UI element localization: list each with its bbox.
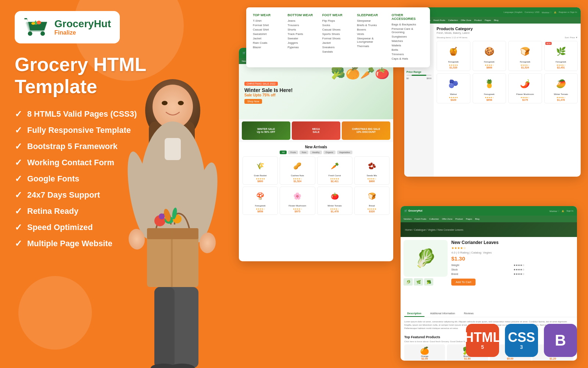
logo-box: GroceryHut Finalize	[15, 11, 120, 43]
svg-point-3	[37, 21, 41, 24]
single-hero: Home / Catalogue / Vegies / New Corander…	[401, 222, 577, 237]
tab-healthy[interactable]: Healthy	[310, 151, 322, 154]
bootstrap-badge: B	[544, 324, 577, 357]
mega-col-1: Top Wear T-Shirt Formal Shirt Casual Shi…	[253, 13, 284, 61]
product-card-7: 🍅 Winter Tomato ★★★★☆ $1,478	[317, 187, 352, 215]
single-stars: ★★★★☆	[451, 246, 574, 250]
check-icon-4: ✓	[15, 158, 22, 168]
cat-product-card-3: 🍞 Fenugreek ★★★★☆ $1,524	[508, 41, 542, 71]
cat-product-img-8: 🥭	[546, 75, 576, 92]
feature-label-4: Working Contact Form	[27, 158, 114, 167]
product-img-4: 🫘	[356, 159, 387, 173]
svg-rect-5	[35, 21, 36, 23]
mega-menu-preview: Top Wear T-Shirt Formal Shirt Casual Shi…	[246, 7, 430, 67]
cat-products-grid: 🍯 Fenugreek ★★★★★ $1,520 🍪 Fenugreek ★★★…	[437, 41, 578, 103]
single-details: New Coriander Leaves ★★★★☆ 4.0 | 0 Ratin…	[451, 240, 574, 308]
single-breadcrumb: Home / Catalogue / Vegies / New Corander…	[405, 229, 463, 231]
cat-body: Category Bakery Cereal Coffee Dairy Frui…	[404, 24, 581, 177]
check-icon-1: ✓	[15, 109, 22, 119]
logo-name: GroceryHut	[54, 18, 111, 30]
product-img-5: 🍄	[245, 189, 276, 204]
store-banner-btn[interactable]: Shop Now	[244, 99, 262, 104]
feature-label-7: Retina Ready	[27, 206, 78, 216]
check-icon-3: ✓	[15, 141, 22, 152]
product-img-3: 🥕	[319, 159, 350, 173]
mega-col-5-title: Other Accessories	[392, 13, 423, 21]
single-product-img: 🥬	[404, 240, 448, 277]
feature-label-3: Bootstrap 5 Framework	[27, 142, 118, 151]
mega-col-2-title: Bottom Wear	[287, 13, 319, 17]
product-card-1: 🌾 Grain Basket ★★★★★ $800	[243, 156, 278, 185]
cat-product-wrap-6: 🍍 Fenugreek ★★★★☆ $658	[473, 73, 506, 103]
svg-point-1	[40, 31, 45, 36]
single-main-content: 🥬 🥬 🌿 🥦 New Coriander Leaves ★★★★☆ 4.0 |…	[401, 237, 577, 311]
single-tab-description[interactable]: Description	[404, 311, 424, 317]
logo-icon	[24, 16, 49, 38]
product-card-2: 🥜 Cashew Nuts ★★★★☆ $1,524	[280, 156, 315, 185]
cat-product-wrap-5: 🫐 Walnut ★★★★★ $320	[437, 73, 470, 103]
featured-1: 🍊 Orange $2.50	[404, 344, 445, 361]
cat-product-img-2: 🍪	[475, 43, 504, 60]
cat-product-wrap-7: 🌶️ Flower Mushroom ★★★★☆ $175	[508, 73, 542, 103]
html-label: HTML	[464, 331, 501, 344]
product-img-2: 🥜	[282, 159, 313, 173]
cat-product-card-6: 🍍 Fenugreek ★★★★☆ $658	[473, 73, 506, 103]
mega-col-3: Foot Wear Flip Flops Socks Casual Shoes …	[322, 13, 354, 61]
product-card-6: 🌸 Flower Mushroom ★★★★☆ $975	[280, 187, 315, 215]
svg-rect-26	[171, 228, 173, 287]
mega-col-5: Other Accessories Bags & Backpacks Perso…	[392, 13, 423, 61]
single-product-img-area: 🥬 🥬 🌿 🥦	[404, 240, 448, 308]
single-tab-additional[interactable]: Additional Information	[427, 311, 458, 317]
check-icon-2: ✓	[15, 125, 22, 135]
woman-image	[110, 66, 235, 368]
mega-col-4: Sleepwear Sleepwear Briefs & Trunks Boxe…	[357, 13, 388, 61]
cat-main: Products Category Fresh, Meats, Bakery, …	[434, 24, 581, 177]
svg-rect-28	[154, 287, 175, 368]
cat-product-wrap-2: 🍪 Fenugreek ★★★★☆ $868	[473, 41, 506, 71]
cat-product-wrap-3: 🍞 Fenugreek ★★★★☆ $1,524	[508, 41, 542, 71]
svg-point-25	[159, 213, 165, 219]
store-banner: CHRISTMAS SALE 2022 Winter Sale Is Here!…	[239, 64, 393, 119]
single-price: $1.30	[451, 255, 574, 262]
tab-all[interactable]: All	[280, 151, 287, 154]
mega-col-4-title: Sleepwear	[357, 13, 388, 17]
tab-fruits[interactable]: Fruits	[288, 151, 298, 154]
tab-organic[interactable]: Organic	[323, 151, 336, 154]
cat-product-card-2: 🍪 Fenugreek ★★★★☆ $868	[473, 41, 506, 71]
single-tabs: Description Additional Information Revie…	[401, 311, 577, 317]
check-icon-9: ✓	[15, 238, 22, 249]
promo-row: WINTER SALEUp to 50% OFF MEGASALE CHRIST…	[239, 119, 393, 142]
bs-label: B	[555, 333, 566, 348]
tab-nuts[interactable]: Nuts	[300, 151, 308, 154]
product-card-5: 🍄 Fenugreek ★★★★☆ $658	[243, 187, 278, 215]
product-card-8: 🍞 Bread ★★★★★ $320	[354, 187, 390, 215]
mega-col-3-title: Foot Wear	[322, 13, 354, 17]
logo-text-wrap: GroceryHut Finalize	[54, 18, 111, 36]
svg-point-11	[178, 101, 184, 105]
cat-nav: New Arrivals Vendors Fresh Fruits Collec…	[404, 17, 581, 24]
cat-header: 🛒 GroceryHut Language | English Currency…	[404, 7, 581, 17]
cat-product-img-1: 🍯	[439, 43, 468, 60]
single-add-cart-btn[interactable]: Add To Cart	[451, 279, 476, 286]
new-arrivals-title: New Arrivals	[243, 145, 390, 149]
html-num: 5	[481, 344, 484, 350]
html-badge: HTML 5	[466, 324, 499, 357]
cat-product-card-1: 🍯 Fenugreek ★★★★★ $1,520	[437, 41, 470, 71]
check-icon-6: ✓	[15, 190, 22, 200]
single-tab-reviews[interactable]: Reviews	[461, 311, 476, 317]
woman-svg	[110, 66, 235, 368]
store-preview: 🛒 GroceryHut New Arrivals Vendors Fresh …	[239, 48, 393, 261]
feature-label-9: Multiple Page Website	[27, 239, 112, 248]
tab-veg[interactable]: Vegetables	[337, 151, 352, 154]
feature-label-6: 24x7 Days Support	[27, 190, 100, 200]
product-grid: 🌾 Grain Basket ★★★★★ $800 🥜 Cashew Nuts …	[243, 156, 390, 185]
product-tabs: All Fruits Nuts Healthy Organic Vegetabl…	[243, 151, 390, 154]
cat-product-img-7: 🌶️	[510, 75, 540, 92]
mega-menu-grid: Top Wear T-Shirt Formal Shirt Casual Shi…	[253, 13, 423, 61]
svg-point-0	[28, 31, 32, 36]
cat-product-img-5: 🫐	[439, 75, 468, 92]
svg-rect-31	[165, 138, 181, 160]
new-arrivals-section: New Arrivals All Fruits Nuts Healthy Org…	[239, 142, 393, 218]
product-img-8: 🍞	[356, 189, 387, 204]
mega-col-2: Bottom Wear Jeans Trousers Shorts Track …	[287, 13, 319, 61]
